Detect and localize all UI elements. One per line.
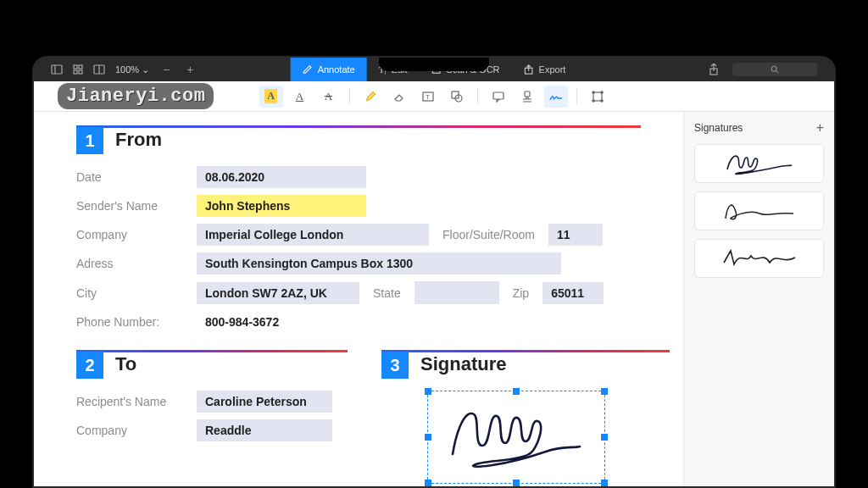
svg-point-21 — [592, 91, 593, 92]
field-label: Recipent's Name — [76, 395, 188, 408]
share-icon[interactable] — [709, 64, 719, 75]
section-rule — [76, 125, 641, 128]
floor-field[interactable]: 11 — [548, 224, 603, 246]
field-label: Company — [76, 228, 188, 241]
section-number: 3 — [381, 352, 409, 379]
date-field[interactable]: 08.06.2020 — [197, 166, 366, 188]
field-row: Recipent's Name Caroline Peterson — [76, 391, 348, 413]
svg-rect-20 — [593, 92, 602, 101]
signature-thumbnail[interactable] — [694, 239, 824, 278]
tab-label: Export — [539, 64, 566, 75]
zoom-value: 100% — [115, 64, 139, 75]
recipient-field[interactable]: Caroline Peterson — [197, 391, 332, 413]
text-underline-tool[interactable]: A — [288, 86, 312, 108]
section-rule — [76, 350, 348, 352]
section-to: 2 To Recipent's Name Caroline Peterson C… — [76, 350, 348, 441]
svg-rect-4 — [74, 70, 77, 74]
svg-rect-18 — [493, 92, 504, 99]
tab-annotate[interactable]: Annotate — [291, 58, 367, 81]
field-row: Date 08.06.2020 — [76, 166, 641, 188]
watermark: Jianeryi.com — [58, 83, 214, 109]
panel-title: Signatures — [694, 122, 743, 134]
signature-tool[interactable] — [544, 86, 568, 108]
field-row: Company Readdle — [76, 419, 348, 441]
marker-tool[interactable] — [359, 86, 382, 108]
state-field[interactable] — [415, 281, 499, 304]
field-row: Adress South Kensington Campus Box 1300 — [76, 252, 641, 274]
text-box-tool[interactable]: T — [416, 86, 440, 108]
company2-field[interactable]: Readdle — [197, 419, 332, 441]
svg-line-13 — [776, 71, 779, 74]
thumbnail-view-icon[interactable] — [73, 64, 83, 75]
resize-handle[interactable] — [513, 388, 520, 395]
field-row: Phone Number: 800-984-3672 — [76, 311, 641, 333]
city-field[interactable]: London SW7 2AZ, UK — [197, 282, 359, 304]
add-signature-button[interactable]: + — [816, 120, 824, 136]
zoom-level[interactable]: 100% ⌄ — [115, 64, 149, 75]
section-number: 1 — [76, 127, 103, 154]
resize-handle[interactable] — [601, 434, 608, 441]
signature-thumbnail[interactable] — [694, 144, 824, 183]
text-strike-tool[interactable]: A — [317, 86, 341, 108]
field-row: Company Imperial College London Floor/Su… — [76, 224, 641, 246]
field-row: Sender's Name John Stephens — [76, 195, 641, 217]
chevron-down-icon: ⌄ — [142, 64, 149, 75]
section-signature: 3 Signature — [381, 350, 670, 484]
section-rule — [381, 350, 670, 352]
svg-rect-2 — [74, 65, 77, 69]
section-title: Signature — [420, 353, 506, 375]
sender-name-field[interactable]: John Stephens — [197, 195, 366, 217]
field-label: Floor/Suite/Room — [437, 228, 540, 241]
field-label: State — [368, 286, 406, 300]
svg-point-23 — [592, 99, 593, 101]
svg-point-24 — [600, 99, 602, 101]
field-label: Zip — [508, 286, 534, 300]
eraser-tool[interactable] — [387, 86, 411, 108]
resize-handle[interactable] — [425, 480, 431, 486]
tab-export[interactable]: Export — [512, 58, 578, 81]
zoom-in-button[interactable]: + — [183, 63, 197, 76]
svg-rect-0 — [52, 65, 62, 74]
address-field[interactable]: South Kensington Campus Box 1300 — [197, 252, 561, 274]
zoom-out-button[interactable]: − — [159, 63, 173, 76]
document-canvas[interactable]: 1 From Date 08.06.2020 Sender's Name Joh… — [34, 112, 683, 486]
resize-handle[interactable] — [425, 434, 431, 441]
sidebar-toggle-icon[interactable] — [51, 64, 63, 75]
stamp-tool[interactable] — [515, 86, 539, 108]
field-label: Adress — [76, 257, 188, 270]
page-view-icon[interactable] — [93, 64, 105, 75]
phone-field[interactable]: 800-984-3672 — [197, 311, 366, 333]
svg-rect-3 — [79, 65, 82, 69]
section-title: From — [115, 129, 162, 151]
svg-rect-19 — [525, 92, 530, 97]
note-tool[interactable] — [487, 86, 510, 108]
field-label: City — [76, 286, 188, 300]
resize-handle[interactable] — [601, 388, 608, 395]
select-tool[interactable] — [586, 86, 609, 108]
signature-placement[interactable] — [427, 391, 605, 484]
text-highlight-tool[interactable]: A — [259, 86, 283, 108]
section-number: 2 — [76, 352, 103, 379]
signature-thumbnail[interactable] — [694, 191, 824, 230]
field-label: Phone Number: — [76, 315, 188, 329]
field-label: Company — [76, 424, 188, 437]
selection-box[interactable] — [427, 391, 605, 484]
signatures-panel: Signatures + — [683, 112, 834, 486]
field-row: City London SW7 2AZ, UK State Zip 65011 — [76, 281, 641, 304]
section-from: 1 From Date 08.06.2020 Sender's Name Joh… — [76, 125, 641, 333]
section-title: To — [115, 353, 136, 375]
svg-rect-5 — [79, 70, 82, 74]
shape-tool[interactable] — [445, 86, 469, 108]
svg-point-22 — [600, 91, 602, 92]
svg-text:T: T — [426, 93, 430, 101]
field-label: Date — [76, 170, 188, 184]
svg-point-12 — [771, 66, 776, 71]
field-label: Sender's Name — [76, 199, 188, 213]
resize-handle[interactable] — [601, 480, 608, 486]
company-field[interactable]: Imperial College London — [197, 224, 429, 246]
tab-label: Annotate — [318, 64, 355, 75]
search-input[interactable] — [732, 63, 817, 76]
zip-field[interactable]: 65011 — [542, 282, 604, 304]
resize-handle[interactable] — [513, 480, 520, 486]
resize-handle[interactable] — [425, 388, 431, 395]
